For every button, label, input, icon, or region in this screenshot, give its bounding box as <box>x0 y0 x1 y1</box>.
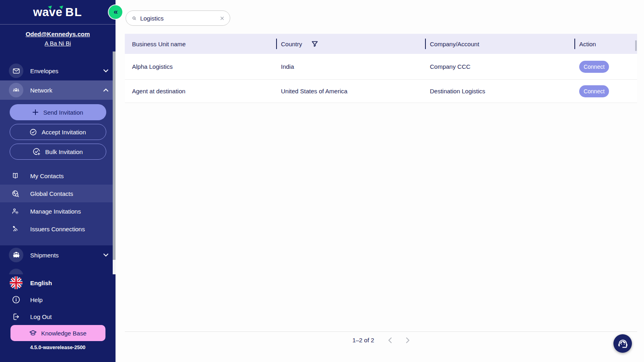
sidebar: waveBL Oded@Kennedys.com A Ba Ni Bi Enve… <box>0 0 116 362</box>
sidebar-item-my-contacts[interactable]: My Contacts <box>0 167 116 185</box>
sidebar-bottom: English Help Log Out Knowledge Base 4.5.… <box>0 274 116 362</box>
headset-agent-icon <box>617 338 628 349</box>
column-header-country: Country <box>276 34 425 54</box>
sidebar-item-manage-invitations[interactable]: Manage Invitations <box>0 202 116 220</box>
sidebar-item-envelopes[interactable]: Envelopes <box>0 61 116 80</box>
sidebar-item-label: Global Contacts <box>30 190 73 197</box>
sidebar-item-global-contacts[interactable]: Global Contacts <box>0 185 116 202</box>
column-header-action: Action <box>574 34 637 54</box>
user-block: Oded@Kennedys.com A Ba Ni Bi <box>0 25 116 51</box>
chevron-up-icon <box>103 88 108 92</box>
sidebar-item-label: Manage Invitations <box>30 208 81 215</box>
table-scrollbar-thumb[interactable] <box>635 40 637 51</box>
table-row: Agent at destination United States of Am… <box>125 80 637 103</box>
app-window: waveBL Oded@Kennedys.com A Ba Ni Bi Enve… <box>0 0 644 362</box>
bulk-invitation-button[interactable]: Bulk Invitation <box>10 144 106 160</box>
logout-icon <box>9 313 23 321</box>
previous-page-button[interactable] <box>388 337 392 343</box>
support-chat-button[interactable] <box>613 334 632 353</box>
uk-flag-icon <box>9 276 23 289</box>
connect-button[interactable]: Connect <box>579 85 609 97</box>
chevron-left-icon <box>388 337 392 343</box>
network-sub-links: My Contacts Global Contacts Manage Invit… <box>0 167 116 238</box>
logo-green-accent <box>59 5 64 9</box>
user-email-link[interactable]: Oded@Kennedys.com <box>0 31 116 37</box>
cell-company: Company CCC <box>425 54 574 79</box>
logo-bl-text: BL <box>65 6 83 19</box>
book-icon <box>10 172 20 180</box>
search-icon <box>132 15 136 22</box>
globe-search-icon <box>10 189 20 198</box>
send-invitation-button[interactable]: Send Invitation <box>10 104 106 120</box>
help-label: Help <box>30 296 43 303</box>
satellite-signal-icon <box>10 225 20 233</box>
clear-search-icon[interactable] <box>220 15 224 21</box>
column-header-company: Company/Account <box>425 34 574 54</box>
search-bar <box>126 10 230 26</box>
sidebar-scrollbar-track[interactable] <box>113 51 116 274</box>
connect-button[interactable]: Connect <box>579 61 609 73</box>
sidebar-item-label: Issuers Connections <box>30 226 85 232</box>
cell-company: Destination Logistics <box>425 80 574 103</box>
table-row: Alpha Logistics India Company CCC Connec… <box>125 54 637 80</box>
check-plus-icon <box>33 148 41 156</box>
hidden-sidebar-item-icon <box>9 269 23 274</box>
cell-country: United States of America <box>276 80 425 103</box>
accept-invitation-label: Accept Invitation <box>41 129 86 136</box>
chevron-right-icon <box>406 337 410 343</box>
sidebar-nav: Envelopes Network Send Invitation Accept… <box>0 51 116 274</box>
sidebar-item-label: My Contacts <box>30 173 64 179</box>
knowledge-base-button[interactable]: Knowledge Base <box>10 325 105 341</box>
column-header-business-unit: Business Unit name <box>125 34 276 54</box>
sidebar-item-label: Envelopes <box>30 68 103 74</box>
envelope-icon <box>9 64 23 78</box>
cell-action: Connect <box>574 54 637 79</box>
sidebar-item-issuers-connections[interactable]: Issuers Connections <box>0 220 116 238</box>
user-account-link[interactable]: A Ba Ni Bi <box>0 40 116 47</box>
cell-business-unit: Agent at destination <box>125 80 276 103</box>
sidebar-item-label: Shipments <box>30 252 103 259</box>
filter-icon[interactable] <box>311 40 318 47</box>
cell-country: India <box>276 54 425 79</box>
column-header-label: Country <box>281 41 302 47</box>
check-circle-icon <box>29 128 37 136</box>
next-page-button[interactable] <box>406 337 410 343</box>
chevrons-left-icon: « <box>114 7 118 16</box>
logo-green-accent <box>48 5 53 9</box>
sidebar-collapse-button[interactable]: « <box>109 5 122 19</box>
app-version: 4.5.0-waverelease-2500 <box>0 345 116 350</box>
wavebl-logo: waveBL <box>33 6 83 19</box>
language-selector[interactable]: English <box>0 274 116 291</box>
send-invitation-label: Send Invitation <box>43 109 83 116</box>
chevron-down-icon <box>103 253 108 257</box>
main-content: Business Unit name Country Company/Accou… <box>116 0 644 362</box>
bulk-invitation-label: Bulk Invitation <box>45 148 83 155</box>
logo-row: waveBL <box>0 0 116 25</box>
logo-wave-text: wave <box>33 6 62 19</box>
pagination-range-label: 1–2 of 2 <box>352 337 374 343</box>
info-icon <box>9 295 23 304</box>
people-group-icon <box>9 83 23 97</box>
accept-invitation-button[interactable]: Accept Invitation <box>10 124 106 140</box>
table-header-row: Business Unit name Country Company/Accou… <box>125 34 637 54</box>
search-input[interactable] <box>140 15 220 22</box>
contacts-table: Business Unit name Country Company/Accou… <box>125 34 637 103</box>
pagination-bar: 1–2 of 2 <box>125 331 637 348</box>
plus-icon <box>32 109 39 115</box>
sidebar-scrollbar-thumb[interactable] <box>113 51 116 260</box>
ship-icon <box>9 248 23 262</box>
logout-label: Log Out <box>30 313 52 320</box>
sidebar-item-label: Network <box>30 87 103 94</box>
logout-button[interactable]: Log Out <box>0 308 116 325</box>
network-submenu: Send Invitation Accept Invitation Bulk I… <box>0 100 116 245</box>
knowledge-base-label: Knowledge Base <box>41 330 87 337</box>
chevron-down-icon <box>103 69 108 72</box>
person-gear-icon <box>10 207 20 215</box>
sidebar-item-shipments[interactable]: Shipments <box>0 245 116 265</box>
help-button[interactable]: Help <box>0 291 116 308</box>
language-label: English <box>30 280 52 286</box>
cell-action: Connect <box>574 80 637 103</box>
graduation-cap-icon <box>29 329 37 337</box>
cell-business-unit: Alpha Logistics <box>125 54 276 79</box>
sidebar-item-network[interactable]: Network <box>0 80 116 100</box>
